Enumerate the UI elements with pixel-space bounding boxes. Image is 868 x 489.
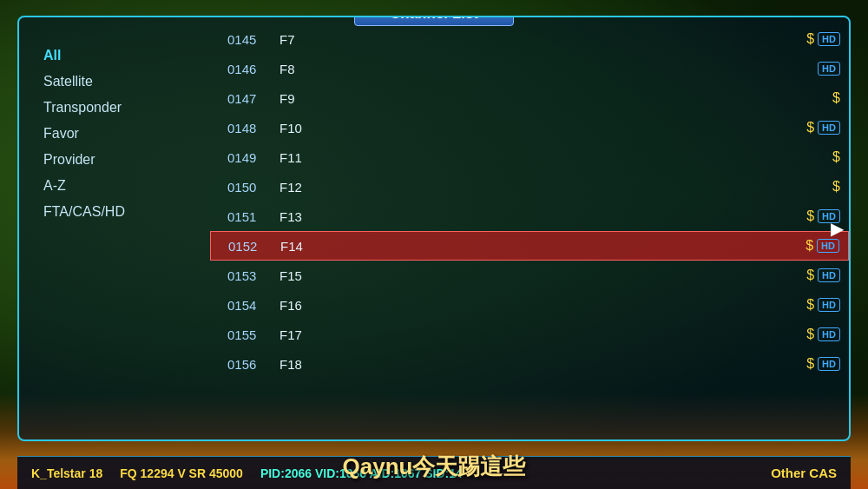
channel-icons: $HD xyxy=(806,31,840,47)
channel-row[interactable]: 0145F7$HD xyxy=(210,24,849,54)
status-satellite: K_Telstar 18 xyxy=(31,466,102,480)
sidebar-item-fta-cas-hd[interactable]: FTA/CAS/HD xyxy=(36,200,210,224)
channel-name: F18 xyxy=(279,357,806,372)
scroll-arrow[interactable]: ▶ xyxy=(831,218,844,239)
hd-badge: HD xyxy=(818,268,840,282)
dollar-icon: $ xyxy=(806,356,814,372)
channel-number: 0146 xyxy=(227,62,279,76)
main-panel: Channel List All Satellite Transponder F… xyxy=(17,16,851,441)
channel-name: F8 xyxy=(279,62,818,76)
status-frequency: FQ 12294 V SR 45000 xyxy=(120,466,243,480)
hd-badge: HD xyxy=(818,298,840,312)
channel-icons: HD xyxy=(818,62,840,76)
dollar-icon: $ xyxy=(832,149,840,165)
channel-name: F15 xyxy=(279,268,806,283)
channel-icons: $HD xyxy=(806,120,840,135)
channel-row[interactable]: 0153F15$HD xyxy=(210,261,849,290)
channel-icons: $HD xyxy=(806,356,840,372)
channel-row[interactable]: 0148F10$HD xyxy=(210,113,849,142)
dollar-icon: $ xyxy=(806,238,813,254)
dollar-icon: $ xyxy=(806,208,814,224)
channel-name: F12 xyxy=(279,180,832,195)
sidebar-item-all[interactable]: All xyxy=(36,43,210,68)
channel-row[interactable]: 0147F9$ xyxy=(210,83,849,113)
channel-row[interactable]: 0146F8HD xyxy=(210,54,849,83)
dollar-icon: $ xyxy=(832,90,840,106)
channel-name: F7 xyxy=(279,32,806,47)
channel-list: 0145F7$HD0146F8HD0147F9$0148F10$HD0149F1… xyxy=(210,17,849,439)
hd-badge: HD xyxy=(818,357,840,371)
channel-number: 0152 xyxy=(228,239,280,254)
channel-icons: $ xyxy=(832,179,840,195)
channel-name: F10 xyxy=(279,121,806,135)
sidebar-item-transponder[interactable]: Transponder xyxy=(36,96,210,120)
channel-name: F9 xyxy=(279,91,832,106)
hd-badge: HD xyxy=(817,239,839,253)
channel-row[interactable]: 0152F14$HD xyxy=(210,231,849,261)
channel-number: 0155 xyxy=(227,327,279,342)
channel-name: F11 xyxy=(279,150,832,165)
channel-row[interactable]: 0154F16$HD xyxy=(210,290,849,320)
dollar-icon: $ xyxy=(806,120,814,135)
dollar-icon: $ xyxy=(806,327,814,342)
channel-number: 0154 xyxy=(227,298,279,313)
sidebar-item-favor[interactable]: Favor xyxy=(36,122,210,146)
hd-badge: HD xyxy=(818,62,840,76)
channel-name: F16 xyxy=(279,298,806,313)
channel-icons: $ xyxy=(832,149,840,165)
channel-name: F14 xyxy=(280,239,806,254)
hd-badge: HD xyxy=(818,327,840,341)
channel-row[interactable]: 0149F11$ xyxy=(210,142,849,172)
sidebar-item-satellite[interactable]: Satellite xyxy=(36,69,210,94)
channel-number: 0145 xyxy=(227,32,279,47)
status-cas: Other CAS xyxy=(771,466,837,480)
channel-number: 0151 xyxy=(227,209,279,224)
channel-icons: $HD xyxy=(806,297,840,313)
sidebar-item-provider[interactable]: Provider xyxy=(36,148,210,172)
dollar-icon: $ xyxy=(806,31,814,47)
channel-name: F13 xyxy=(279,209,806,224)
channel-icons: $HD xyxy=(806,238,839,254)
channel-row[interactable]: 0155F17$HD xyxy=(210,320,849,349)
sidebar-item-az[interactable]: A-Z xyxy=(36,174,210,198)
channel-number: 0149 xyxy=(227,150,279,165)
channel-row[interactable]: 0156F18$HD xyxy=(210,349,849,379)
panel-title: Channel List xyxy=(354,16,514,26)
channel-row[interactable]: 0151F13$HD xyxy=(210,202,849,231)
channel-name: F17 xyxy=(279,327,806,342)
channel-number: 0153 xyxy=(227,268,279,283)
channel-icons: $ xyxy=(832,90,840,106)
channel-icons: $HD xyxy=(806,327,840,342)
dollar-icon: $ xyxy=(806,268,814,283)
channel-number: 0148 xyxy=(227,121,279,135)
channel-number: 0150 xyxy=(227,180,279,195)
sidebar: All Satellite Transponder Favor Provider… xyxy=(19,17,210,439)
subtitle: Qaynu今天踢這些 xyxy=(343,452,526,482)
hd-badge: HD xyxy=(818,32,840,46)
dollar-icon: $ xyxy=(806,297,814,313)
content-area: All Satellite Transponder Favor Provider… xyxy=(19,17,849,439)
channel-number: 0147 xyxy=(227,91,279,106)
channel-row[interactable]: 0150F12$ xyxy=(210,172,849,202)
channel-number: 0156 xyxy=(227,357,279,372)
channel-icons: $HD xyxy=(806,268,840,283)
dollar-icon: $ xyxy=(832,179,840,195)
hd-badge: HD xyxy=(818,121,840,135)
